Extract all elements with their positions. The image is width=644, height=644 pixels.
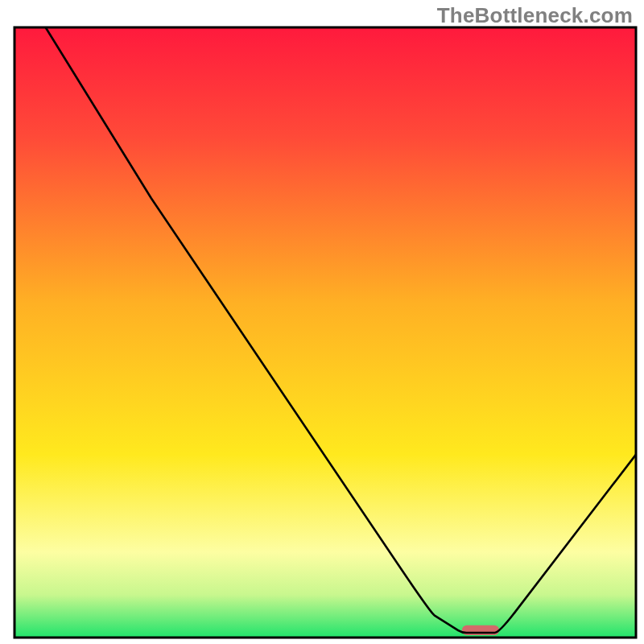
watermark-text: TheBottleneck.com bbox=[437, 3, 633, 28]
bottleneck-chart bbox=[0, 0, 644, 644]
plot-background bbox=[14, 27, 636, 638]
chart-stage: TheBottleneck.com bbox=[0, 0, 644, 644]
